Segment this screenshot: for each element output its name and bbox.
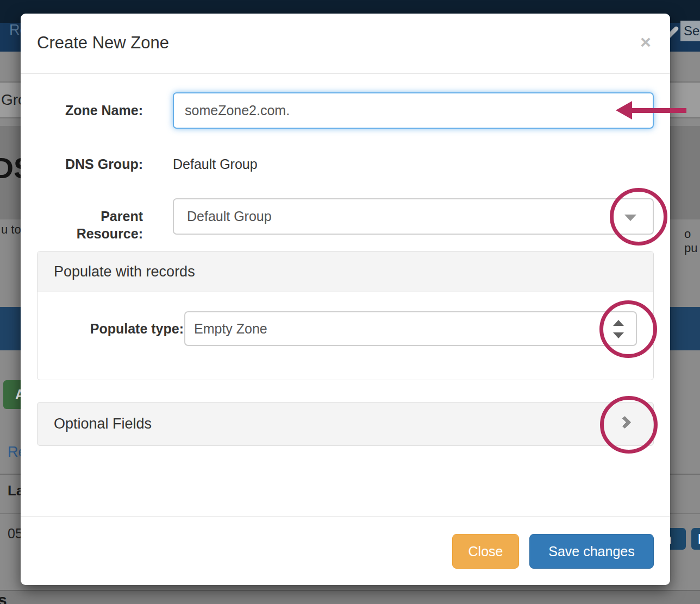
populate-type-value: Empty Zone	[194, 321, 267, 336]
page-paragraph-right: o pu	[684, 227, 700, 255]
page-bottom-band	[0, 590, 700, 604]
page-paragraph-left: u to	[1, 223, 21, 237]
close-icon[interactable]: ×	[640, 31, 651, 53]
modal-footer-divider	[21, 516, 670, 517]
select-spinner-icon	[613, 320, 625, 338]
zone-name-label: Zone Name:	[32, 102, 143, 119]
populate-type-select[interactable]: Empty Zone	[184, 311, 637, 346]
parent-resource-dropdown[interactable]: Default Group	[173, 198, 654, 235]
zone-name-input[interactable]	[173, 92, 654, 129]
dns-group-value: Default Group	[173, 155, 258, 173]
parent-resource-value: Default Group	[187, 209, 272, 224]
row-action-button-2-partial[interactable]: D	[691, 528, 700, 550]
triangle-up-icon	[613, 320, 624, 326]
parent-resource-label: Parent Resource:	[32, 207, 143, 225]
bottom-text-partial: s	[0, 591, 7, 604]
chevron-right-icon	[618, 416, 631, 429]
dns-group-label: DNS Group:	[32, 155, 143, 173]
search-input[interactable]: Sea	[680, 21, 700, 41]
optional-fields-title: Optional Fields	[54, 416, 152, 432]
populate-panel-header[interactable]: Populate with records	[38, 251, 653, 292]
optional-fields-panel[interactable]: Optional Fields	[37, 402, 654, 446]
modal-header-divider	[21, 73, 670, 74]
modal-title: Create New Zone	[37, 33, 169, 53]
populate-type-label: Populate type:	[63, 320, 184, 337]
close-button[interactable]: Close	[452, 534, 519, 569]
chevron-down-icon	[624, 215, 636, 221]
save-changes-button[interactable]: Save changes	[529, 534, 654, 569]
triangle-down-icon	[613, 332, 624, 338]
create-new-zone-modal: Create New Zone × Zone Name: DNS Group: …	[21, 14, 670, 585]
